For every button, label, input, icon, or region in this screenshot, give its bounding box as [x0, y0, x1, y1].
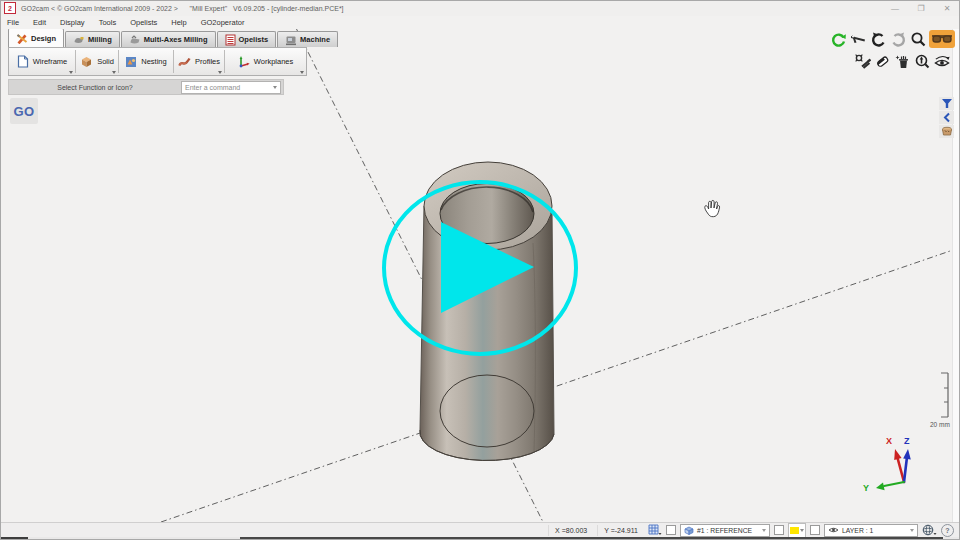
profiles-icon: [178, 56, 191, 68]
clean-screen-button[interactable]: [893, 52, 911, 70]
view-rotate-button[interactable]: [933, 52, 951, 70]
reference-select[interactable]: #1 : REFERENCE: [680, 524, 770, 537]
scale-label: 20 mm: [930, 421, 950, 428]
glasses-icon: [931, 32, 953, 46]
view-toolbar-row2: [853, 52, 951, 70]
part-view-button[interactable]: [939, 125, 954, 138]
dropdown-arrow-icon[interactable]: [69, 71, 73, 74]
x-coordinate: X =80.003: [548, 525, 593, 536]
chevron-down-icon: [910, 529, 914, 532]
tab-design-label: Design: [31, 34, 56, 43]
chevron-down-icon: [800, 529, 804, 532]
menu-bar: File Edit Display Tools Opelists Help GO…: [0, 16, 960, 29]
zoom-button[interactable]: [909, 30, 927, 48]
axis-line-shallow: [161, 250, 953, 522]
z-axis-label: Z: [904, 436, 910, 446]
status-bar: X =80.003 Y =-24.911 #1 : REFERENCE LAYE…: [0, 522, 960, 537]
tab-design[interactable]: Design: [8, 28, 64, 47]
color-picker-button[interactable]: [788, 523, 806, 538]
nesting-label: Nesting: [141, 57, 166, 66]
menu-help[interactable]: Help: [164, 18, 193, 27]
design-icon: [16, 32, 28, 44]
workplanes-button[interactable]: Workplanes: [225, 48, 306, 75]
zoom-fit-button[interactable]: [913, 52, 931, 70]
grid-toggle-button[interactable]: [648, 524, 662, 536]
chevron-down-icon[interactable]: [273, 86, 277, 89]
dropdown-arrow-icon[interactable]: [218, 71, 222, 74]
measure-button[interactable]: [849, 30, 867, 48]
tab-machine[interactable]: Machine: [277, 31, 338, 47]
tab-opelists[interactable]: Opelists: [217, 31, 277, 47]
construction-axes: [161, 28, 953, 522]
tab-multi-axes-milling-label: Multi-Axes Milling: [144, 35, 208, 44]
menu-tools[interactable]: Tools: [92, 18, 124, 27]
nesting-icon: [125, 56, 137, 68]
sphere-icon: [922, 524, 937, 536]
color-swatch: [790, 527, 799, 534]
view-orientation-button[interactable]: [922, 524, 937, 536]
wireframe-button[interactable]: Wireframe: [9, 48, 75, 75]
hand-cursor-icon: [705, 200, 720, 216]
hardware-button[interactable]: [853, 52, 871, 70]
wireframe-icon: [17, 55, 29, 68]
dropdown-arrow-icon[interactable]: [300, 71, 304, 74]
nesting-button[interactable]: Nesting: [119, 48, 173, 75]
minimize-button[interactable]: —: [882, 0, 908, 16]
dropdown-arrow-icon[interactable]: [112, 71, 116, 74]
layer-select[interactable]: LAYER : 1: [824, 524, 918, 537]
help-button[interactable]: ?: [941, 524, 954, 537]
axis-triad: X Z Y: [863, 436, 911, 493]
title-bar: 2 GO2cam < © GO2cam International 2009 -…: [0, 0, 960, 16]
solid-button[interactable]: Solid: [76, 48, 118, 75]
menu-edit[interactable]: Edit: [26, 18, 53, 27]
tab-opelists-label: Opelists: [239, 35, 269, 44]
undo-icon: [870, 31, 887, 48]
cube-icon: [684, 526, 694, 535]
y-axis-arrow: [884, 482, 904, 486]
color-checkbox[interactable]: [774, 525, 784, 535]
regenerate-button[interactable]: [829, 30, 847, 48]
ribbon-tabs: Design Milling Multi-Axes Milling Opelis…: [8, 29, 339, 47]
eraser-icon: [874, 53, 891, 70]
grid-icon: [648, 524, 662, 536]
menu-go2operator[interactable]: GO2operator: [194, 18, 252, 27]
tab-milling-label: Milling: [88, 35, 112, 44]
help-label: ?: [945, 527, 949, 534]
x-axis-label: X: [886, 436, 892, 446]
layer-checkbox[interactable]: [810, 525, 820, 535]
undo-button[interactable]: [869, 30, 887, 48]
y-axis-label: Y: [863, 483, 869, 493]
menu-file[interactable]: File: [0, 18, 26, 27]
profiles-button[interactable]: Profiles: [174, 48, 224, 75]
chevron-down-icon: [762, 529, 766, 532]
magnifier-icon: [910, 31, 927, 48]
tab-multi-axes-milling[interactable]: Multi-Axes Milling: [121, 31, 216, 47]
right-rail: [939, 97, 954, 138]
menu-display[interactable]: Display: [53, 18, 92, 27]
redo-icon: [890, 31, 907, 48]
maximize-button[interactable]: ❐: [908, 0, 934, 16]
filter-button[interactable]: [939, 97, 954, 110]
chevron-left-icon: [942, 112, 952, 123]
layer-eye-icon: [828, 526, 839, 534]
menu-opelists[interactable]: Opelists: [123, 18, 164, 27]
reference-checkbox[interactable]: [666, 525, 676, 535]
z-axis-arrow: [904, 457, 907, 482]
zoom-fit-icon: [914, 53, 931, 70]
clean-brush-icon: [894, 53, 911, 70]
ribbon-toolbar: Wireframe Solid Nesting Profiles: [8, 47, 307, 76]
command-input[interactable]: Enter a command: [181, 81, 281, 94]
cylinder-model[interactable]: [420, 162, 554, 460]
layer-value: LAYER : 1: [842, 527, 873, 534]
workplanes-icon: [238, 55, 250, 68]
close-button[interactable]: ✕: [934, 0, 960, 16]
multi-axes-milling-icon: [129, 34, 141, 46]
viewport-3d[interactable]: 20 mm X Z Y: [0, 28, 960, 522]
collapse-panel-button[interactable]: [939, 111, 954, 124]
tab-milling[interactable]: Milling: [65, 31, 120, 47]
shaded-view-button[interactable]: [929, 30, 955, 48]
y-coordinate: Y =-24.911: [597, 525, 644, 536]
redo-button[interactable]: [889, 30, 907, 48]
wireframe-label: Wireframe: [33, 57, 68, 66]
erase-button[interactable]: [873, 52, 891, 70]
